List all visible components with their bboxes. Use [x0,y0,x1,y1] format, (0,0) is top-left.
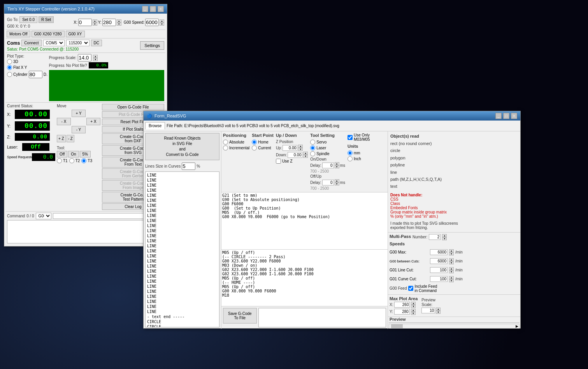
y-input[interactable] [102,19,116,26]
mm-option[interactable]: mm [348,150,370,156]
t1-radio[interactable] [57,158,62,163]
minus-z-btn[interactable]: - Z [67,135,74,142]
multipass-number-input[interactable] [429,234,441,240]
include-feed-option[interactable]: Include Feedin Command [408,284,437,293]
motors-off-btn[interactable]: Motors Off [7,31,30,37]
g00-max-input[interactable] [430,249,448,255]
baud-select[interactable]: 115200 [66,40,90,46]
set-btn[interactable]: Set 0.0 [19,16,37,23]
max-y-input[interactable] [394,309,410,315]
browse-btn[interactable]: Browse [145,122,165,129]
home-option[interactable]: Home [252,140,274,145]
ps-down[interactable]: ▼ [93,58,98,61]
delay-down[interactable]: ▼ [335,165,339,168]
xy-btn[interactable]: G00 XY [66,31,85,37]
plus-y-btn[interactable]: + Y [72,110,86,117]
include-feed-checkbox[interactable] [408,286,413,291]
servo-option[interactable]: Servo [310,140,345,145]
use-only-option[interactable]: Use OnlyM03/M05 [348,133,370,142]
z-up-down[interactable]: ▼ [298,148,303,151]
z-up-input[interactable] [283,145,297,151]
svg-minimize-btn[interactable]: _ [495,113,502,119]
spindle-radio[interactable] [310,151,315,156]
t2-option[interactable]: T2 [69,158,80,163]
incremental-option[interactable]: Incremental [223,145,249,150]
scroll-right-arrow[interactable]: ▶ [515,324,519,328]
connect-btn[interactable]: Connect [21,40,41,46]
z-down-down[interactable]: ▼ [303,155,308,158]
t3-radio[interactable] [81,158,86,163]
mx-down[interactable]: ▼ [411,305,416,308]
cylinder-value-input[interactable] [29,71,42,78]
plot-flat-option[interactable]: Flat X Y [7,65,47,70]
z-up-up[interactable]: ▲ [298,145,303,148]
absolute-radio[interactable] [223,140,228,145]
mp-up[interactable]: ▲ [442,234,447,237]
off-delay-input[interactable] [322,180,334,185]
spindle-option[interactable]: Spindle [310,151,345,156]
gcode-list[interactable]: LINELINELINELINELINELINELINELINELINELINE… [145,171,219,327]
off-delay-down[interactable]: ▼ [335,182,339,185]
plot-3d-radio[interactable] [7,59,12,64]
dc-btn[interactable]: DC [91,40,102,46]
tool-off-btn[interactable]: Off [57,151,67,157]
current-option[interactable]: Current [252,145,274,150]
save-gcode-btn[interactable]: Save G-Code To File [223,308,257,324]
t2-radio[interactable] [69,158,74,163]
g01-curve-input[interactable] [430,276,448,282]
mm-radio[interactable] [348,150,353,156]
settings-btn[interactable]: Settings [140,41,164,50]
delay-up[interactable]: ▲ [335,162,339,165]
port-select[interactable]: COM5 [43,40,65,46]
svg-maximize-btn[interactable]: □ [503,113,509,119]
gcode-output-2[interactable]: M05 (Up / off) (-- CIRCLE -------- 2 Pas… [221,250,388,306]
mx-up[interactable]: ▲ [411,302,416,305]
g01l-down[interactable]: ▼ [449,270,454,273]
preview-area[interactable]: R=T=6=5 R3 R4 R=T=6=5=3 [389,322,520,323]
inch-radio[interactable] [348,156,353,161]
servo-radio[interactable] [310,140,315,145]
plot-cylinder-option[interactable]: Cylinder D. [7,71,47,78]
delay-input[interactable] [322,163,334,168]
y-down-btn[interactable]: ▼ [117,23,121,26]
g01c-up[interactable]: ▲ [449,276,454,279]
x-input[interactable] [78,19,92,26]
inch-option[interactable]: Inch [348,156,370,161]
minus-y-btn[interactable]: - Y [72,126,86,133]
max-x-input[interactable] [394,302,410,308]
g00b-down[interactable]: ▼ [449,261,454,264]
tool-on-btn[interactable]: On [68,151,79,157]
plot-cylinder-radio[interactable] [7,72,12,77]
my-down[interactable]: ▼ [411,312,416,315]
g00max-down[interactable]: ▼ [449,252,454,255]
ps-up[interactable]: ▲ [93,55,98,58]
z-down-up[interactable]: ▲ [303,152,308,155]
current-radio[interactable] [252,145,257,150]
incremental-radio[interactable] [223,145,228,150]
g00b-up[interactable]: ▲ [449,258,454,261]
my-up[interactable]: ▲ [411,309,416,312]
preview-scale-input[interactable] [421,308,435,313]
absolute-option[interactable]: Absolute [223,140,249,145]
home-radio[interactable] [252,140,257,145]
use-z-option[interactable]: Use Z [276,159,308,164]
close-button[interactable]: × [158,6,164,12]
minus-x-btn[interactable]: - X [57,118,71,125]
read-objects-btn[interactable]: Read Known Objectsin SVG FileandConvert … [145,133,219,160]
y-up-btn[interactable]: ▲ [117,19,121,23]
mp-down[interactable]: ▼ [442,237,447,240]
z-down-input[interactable] [288,152,302,158]
laser-radio[interactable] [310,145,315,150]
use-z-checkbox[interactable] [276,159,281,164]
pvs-down[interactable]: ▼ [436,311,441,314]
laser-option[interactable]: Laser [310,145,345,150]
save-output[interactable] [258,308,386,327]
h-scrollbar-thumb[interactable] [391,324,403,328]
plus-x-btn[interactable]: + X [86,118,100,125]
x-up-btn[interactable]: ▲ [93,19,97,23]
lines-size-input[interactable] [182,163,195,170]
maximize-button[interactable]: □ [150,6,156,12]
x-down-btn[interactable]: ▼ [93,23,97,26]
g01-line-input[interactable] [430,267,448,273]
g01c-down[interactable]: ▼ [449,279,454,282]
